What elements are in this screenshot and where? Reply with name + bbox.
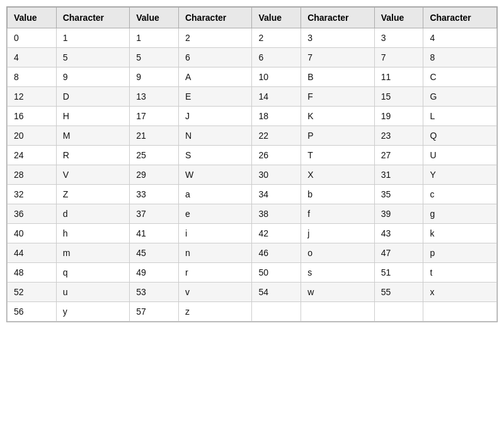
cell-r11-c0: 44 xyxy=(8,243,57,263)
cell-r14-c4 xyxy=(252,302,301,322)
cell-r3-c6: 15 xyxy=(374,87,423,107)
table-row: 48q49r50s51t xyxy=(8,263,497,283)
table-row: 20M21N22P23Q xyxy=(8,126,497,146)
cell-r8-c7: c xyxy=(423,185,497,204)
cell-r9-c1: d xyxy=(56,204,130,224)
cell-r6-c4: 26 xyxy=(252,146,301,165)
table-row: 16H17J18K19L xyxy=(8,107,497,126)
cell-r0-c0: 0 xyxy=(8,28,57,48)
cell-r4-c2: 17 xyxy=(130,107,179,126)
cell-r9-c7: g xyxy=(423,204,497,224)
cell-r3-c3: E xyxy=(178,87,252,107)
cell-r10-c6: 43 xyxy=(374,224,423,243)
cell-r8-c0: 32 xyxy=(8,185,57,204)
cell-r10-c1: h xyxy=(56,224,130,243)
cell-r13-c6: 55 xyxy=(374,283,423,302)
cell-r7-c1: V xyxy=(56,165,130,185)
cell-r4-c3: J xyxy=(178,107,252,126)
cell-r8-c5: b xyxy=(301,185,375,204)
cell-r1-c5: 7 xyxy=(301,48,375,67)
character-table: ValueCharacterValueCharacterValueCharact… xyxy=(7,7,497,322)
header-col-6: Value xyxy=(374,8,423,28)
table-row: 28V29W30X31Y xyxy=(8,165,497,185)
cell-r0-c2: 1 xyxy=(130,28,179,48)
cell-r2-c5: B xyxy=(301,67,375,87)
cell-r12-c0: 48 xyxy=(8,263,57,283)
cell-r0-c4: 2 xyxy=(252,28,301,48)
header-col-5: Character xyxy=(301,8,375,28)
table-row: 56y57z xyxy=(8,302,497,322)
cell-r10-c4: 42 xyxy=(252,224,301,243)
cell-r4-c0: 16 xyxy=(8,107,57,126)
character-table-wrapper: ValueCharacterValueCharacterValueCharact… xyxy=(6,6,498,322)
cell-r14-c0: 56 xyxy=(8,302,57,322)
cell-r8-c4: 34 xyxy=(252,185,301,204)
cell-r13-c3: v xyxy=(178,283,252,302)
cell-r9-c0: 36 xyxy=(8,204,57,224)
table-body: 0112233445566778899A10B11C12D13E14F15G16… xyxy=(8,28,497,322)
cell-r4-c7: L xyxy=(423,107,497,126)
table-header-row: ValueCharacterValueCharacterValueCharact… xyxy=(8,8,497,28)
cell-r2-c3: A xyxy=(178,67,252,87)
table-row: 45566778 xyxy=(8,48,497,67)
cell-r6-c2: 25 xyxy=(130,146,179,165)
cell-r0-c6: 3 xyxy=(374,28,423,48)
cell-r11-c5: o xyxy=(301,243,375,263)
cell-r12-c7: t xyxy=(423,263,497,283)
header-col-2: Value xyxy=(130,8,179,28)
cell-r14-c5 xyxy=(301,302,375,322)
cell-r5-c7: Q xyxy=(423,126,497,146)
header-col-4: Value xyxy=(252,8,301,28)
cell-r0-c5: 3 xyxy=(301,28,375,48)
cell-r10-c0: 40 xyxy=(8,224,57,243)
cell-r13-c5: w xyxy=(301,283,375,302)
header-col-7: Character xyxy=(423,8,497,28)
cell-r0-c7: 4 xyxy=(423,28,497,48)
cell-r3-c2: 13 xyxy=(130,87,179,107)
cell-r14-c6 xyxy=(374,302,423,322)
cell-r12-c5: s xyxy=(301,263,375,283)
cell-r8-c3: a xyxy=(178,185,252,204)
cell-r6-c1: R xyxy=(56,146,130,165)
cell-r5-c2: 21 xyxy=(130,126,179,146)
cell-r11-c1: m xyxy=(56,243,130,263)
cell-r7-c0: 28 xyxy=(8,165,57,185)
cell-r5-c1: M xyxy=(56,126,130,146)
cell-r1-c4: 6 xyxy=(252,48,301,67)
cell-r12-c4: 50 xyxy=(252,263,301,283)
cell-r10-c5: j xyxy=(301,224,375,243)
cell-r8-c6: 35 xyxy=(374,185,423,204)
cell-r2-c4: 10 xyxy=(252,67,301,87)
cell-r1-c7: 8 xyxy=(423,48,497,67)
header-col-0: Value xyxy=(8,8,57,28)
cell-r14-c1: y xyxy=(56,302,130,322)
cell-r13-c0: 52 xyxy=(8,283,57,302)
cell-r11-c4: 46 xyxy=(252,243,301,263)
table-row: 52u53v54w55x xyxy=(8,283,497,302)
cell-r9-c2: 37 xyxy=(130,204,179,224)
cell-r11-c7: p xyxy=(423,243,497,263)
cell-r7-c6: 31 xyxy=(374,165,423,185)
table-row: 44m45n46o47p xyxy=(8,243,497,263)
cell-r2-c7: C xyxy=(423,67,497,87)
table-row: 24R25S26T27U xyxy=(8,146,497,165)
cell-r4-c1: H xyxy=(56,107,130,126)
cell-r9-c4: 38 xyxy=(252,204,301,224)
cell-r12-c6: 51 xyxy=(374,263,423,283)
cell-r10-c3: i xyxy=(178,224,252,243)
cell-r14-c7 xyxy=(423,302,497,322)
cell-r14-c3: z xyxy=(178,302,252,322)
cell-r3-c5: F xyxy=(301,87,375,107)
cell-r13-c2: 53 xyxy=(130,283,179,302)
header-col-1: Character xyxy=(56,8,130,28)
table-row: 36d37e38f39g xyxy=(8,204,497,224)
table-row: 01122334 xyxy=(8,28,497,48)
cell-r6-c0: 24 xyxy=(8,146,57,165)
cell-r1-c0: 4 xyxy=(8,48,57,67)
cell-r2-c1: 9 xyxy=(56,67,130,87)
cell-r4-c6: 19 xyxy=(374,107,423,126)
cell-r9-c5: f xyxy=(301,204,375,224)
cell-r12-c2: 49 xyxy=(130,263,179,283)
cell-r6-c3: S xyxy=(178,146,252,165)
cell-r12-c3: r xyxy=(178,263,252,283)
